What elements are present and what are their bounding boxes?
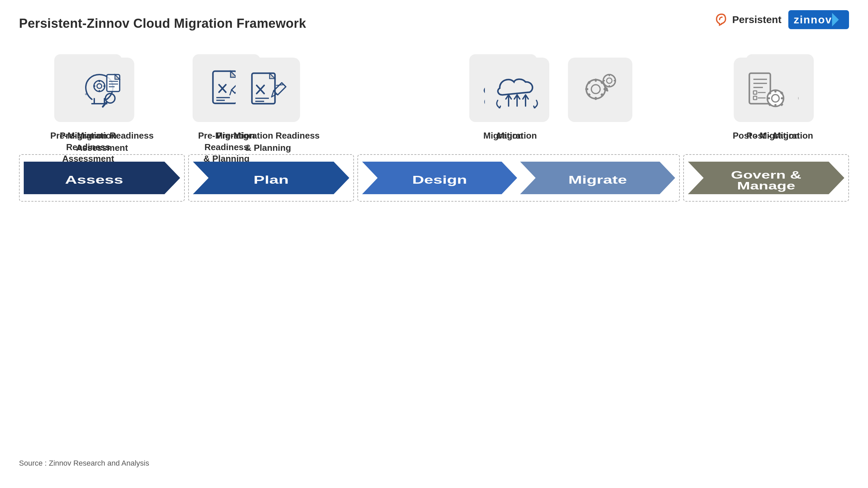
svg-line-60 bbox=[276, 85, 283, 85]
svg-rect-75 bbox=[774, 104, 776, 107]
migration-label: Migration bbox=[497, 129, 537, 142]
section-dividers: Assess Plan Design bbox=[19, 154, 849, 202]
zinnov-text: zinnov bbox=[794, 14, 832, 26]
svg-rect-76 bbox=[767, 97, 770, 99]
svg-rect-74 bbox=[774, 89, 776, 93]
page-title: Persistent-Zinnov Cloud Migration Framew… bbox=[19, 16, 306, 31]
plan-label: Pre-Migration Readiness& Planning bbox=[216, 129, 320, 154]
svg-text:Manage: Manage bbox=[737, 180, 795, 191]
migration-arrows-row: Design Migrate bbox=[362, 162, 675, 194]
design-arrow-svg: Design bbox=[362, 162, 517, 194]
svg-point-41 bbox=[97, 84, 102, 88]
migrate-arrow-wrapper: Migrate bbox=[520, 162, 675, 194]
assess-icon-box: ✦ bbox=[70, 58, 134, 122]
post-col: Post - Migration bbox=[683, 58, 849, 142]
svg-text:Migrate: Migrate bbox=[568, 173, 627, 186]
design-arrow-wrapper: Design bbox=[362, 162, 517, 194]
plan-icon-box bbox=[236, 58, 300, 122]
svg-rect-68 bbox=[753, 91, 757, 94]
svg-rect-69 bbox=[753, 96, 757, 100]
govern-arrow-svg: Govern & Manage bbox=[688, 162, 844, 194]
section-3-box: Design Migrate bbox=[357, 154, 679, 202]
assess-svg-icon: ✦ bbox=[82, 70, 121, 109]
svg-marker-0 bbox=[832, 13, 839, 26]
migrate-arrow-svg: Migrate bbox=[520, 162, 675, 194]
assess-arrow-wrapper: Assess bbox=[24, 162, 180, 194]
svg-text:✦: ✦ bbox=[84, 92, 88, 97]
plan-svg-icon bbox=[249, 70, 287, 109]
section-5-box: Govern & Manage bbox=[683, 154, 849, 202]
persistent-icon bbox=[714, 12, 729, 27]
migration-col: Migration bbox=[351, 58, 683, 142]
zinnov-decoration-icon bbox=[832, 13, 842, 26]
migration-svg-icon bbox=[495, 70, 539, 109]
svg-text:Plan: Plan bbox=[254, 173, 289, 186]
svg-text:Design: Design bbox=[412, 173, 467, 186]
assess-col: ✦ Pre-Migration ReadinessAssessment bbox=[19, 58, 185, 154]
persistent-text: Persistent bbox=[732, 14, 782, 25]
section-2-box: Plan bbox=[188, 154, 354, 202]
plan-arrow-svg: Plan bbox=[193, 162, 349, 194]
plan-arrow-wrapper: Plan bbox=[193, 162, 349, 194]
plan-col: Pre-Migration Readiness& Planning bbox=[185, 58, 351, 154]
section-1-box: Assess bbox=[19, 154, 185, 202]
svg-text:Assess: Assess bbox=[65, 173, 123, 186]
post-label: Post - Migration bbox=[733, 129, 799, 142]
persistent-logo: Persistent bbox=[714, 12, 782, 27]
svg-text:Govern &: Govern & bbox=[731, 169, 802, 181]
assess-label: Pre-Migration ReadinessAssessment bbox=[50, 129, 154, 154]
govern-arrow-wrapper: Govern & Manage bbox=[688, 162, 844, 194]
source-text: Source : Zinnov Research and Analysis bbox=[19, 459, 149, 468]
post-svg-icon bbox=[747, 70, 786, 109]
svg-point-40 bbox=[94, 81, 105, 92]
assess-arrow-svg: Assess bbox=[24, 162, 180, 194]
svg-rect-77 bbox=[781, 97, 784, 99]
post-icon-box bbox=[734, 58, 798, 122]
migration-icon-box bbox=[485, 58, 549, 122]
logo-area: Persistent zinnov bbox=[714, 10, 849, 29]
full-framework: ✦ Pre-Migration ReadinessAssessment bbox=[19, 58, 849, 202]
